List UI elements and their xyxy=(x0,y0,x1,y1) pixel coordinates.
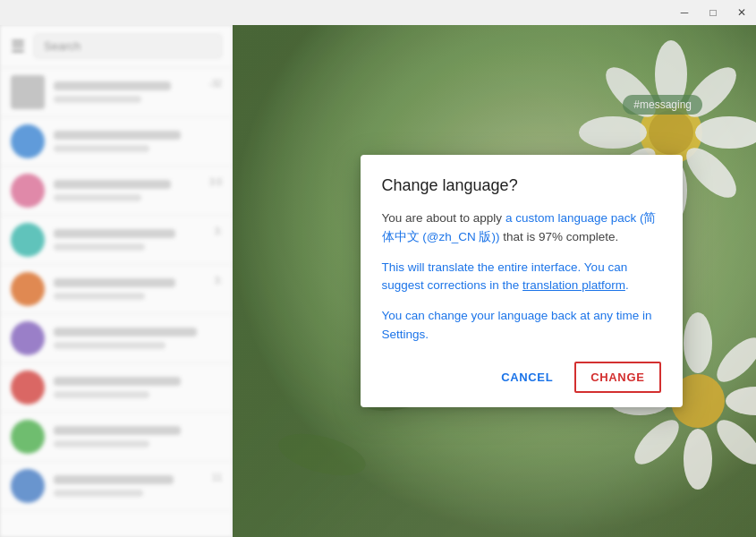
item-text xyxy=(54,180,200,201)
main-container: ☰ Search -32 xyxy=(0,25,756,537)
avatar xyxy=(11,124,45,158)
item-preview xyxy=(54,440,149,448)
item-preview xyxy=(54,490,143,497)
item-preview xyxy=(54,96,141,103)
hamburger-icon[interactable]: ☰ xyxy=(11,37,25,56)
list-item[interactable] xyxy=(0,117,233,166)
list-item[interactable]: 3: xyxy=(0,216,233,265)
item-name xyxy=(54,475,174,484)
dialog-body-1: You are about to apply a custom language… xyxy=(382,209,661,246)
avatar xyxy=(11,223,45,257)
sidebar-header: ☰ Search xyxy=(0,25,233,68)
item-text xyxy=(54,475,203,497)
maximize-button[interactable]: □ xyxy=(699,0,727,25)
close-button[interactable]: ✕ xyxy=(727,0,756,25)
item-meta: 3: xyxy=(215,272,222,286)
list-item[interactable] xyxy=(0,363,233,413)
item-meta: -32 xyxy=(209,75,222,89)
dialog-body-2: This will translate the entire interface… xyxy=(382,259,661,295)
list-item[interactable] xyxy=(0,314,233,363)
item-preview xyxy=(54,391,149,398)
item-preview xyxy=(54,194,141,201)
item-name xyxy=(54,180,171,189)
search-input[interactable]: Search xyxy=(34,34,222,58)
sidebar-list: -32 3:0 xyxy=(0,68,233,537)
item-name xyxy=(54,328,197,337)
avatar xyxy=(11,321,45,355)
avatar xyxy=(11,75,45,109)
change-language-dialog: Change language? You are about to apply … xyxy=(361,155,683,407)
list-item[interactable] xyxy=(0,413,233,462)
item-name xyxy=(54,229,175,238)
item-text xyxy=(54,81,200,103)
background-photo: #messaging Change language? You are abou… xyxy=(233,25,756,537)
item-text xyxy=(54,328,213,349)
item-preview xyxy=(54,243,145,251)
dialog-title: Change language? xyxy=(382,176,661,195)
avatar xyxy=(11,371,45,405)
avatar xyxy=(11,272,45,306)
item-name xyxy=(54,426,181,435)
item-preview xyxy=(54,145,149,152)
item-meta: 3:0 xyxy=(209,174,222,187)
item-meta: 3: xyxy=(215,223,222,236)
item-text xyxy=(54,131,213,152)
avatar xyxy=(11,174,45,208)
item-text xyxy=(54,278,206,300)
dialog-body-highlight: a custom language pack (简体中文 (@zh_CN 版)) xyxy=(382,211,657,243)
dialog-wrapper: Change language? You are about to apply … xyxy=(233,25,756,537)
titlebar: ─ □ ✕ xyxy=(0,0,756,25)
item-name xyxy=(54,81,171,90)
item-preview xyxy=(54,293,145,300)
item-text xyxy=(54,229,206,251)
item-name xyxy=(54,278,175,287)
avatar xyxy=(11,420,45,454)
list-item[interactable]: 11 xyxy=(0,462,233,511)
dialog-actions: CANCEL CHANGE xyxy=(382,362,661,393)
list-item[interactable]: -32 xyxy=(0,68,233,117)
translation-platform-link[interactable]: translation platform xyxy=(522,278,625,292)
cancel-button[interactable]: CANCEL xyxy=(487,363,567,391)
avatar xyxy=(11,469,45,503)
item-meta: 11 xyxy=(212,469,222,482)
item-name xyxy=(54,377,181,386)
item-text xyxy=(54,377,213,398)
sidebar: ☰ Search -32 xyxy=(0,25,233,537)
list-item[interactable]: 3: xyxy=(0,265,233,314)
minimize-button[interactable]: ─ xyxy=(670,0,699,25)
item-text xyxy=(54,426,213,448)
change-button[interactable]: CHANGE xyxy=(574,362,660,393)
item-preview xyxy=(54,342,166,349)
dialog-body-3: You can change your language back at any… xyxy=(382,307,661,344)
item-name xyxy=(54,131,181,140)
list-item[interactable]: 3:0 xyxy=(0,166,233,216)
